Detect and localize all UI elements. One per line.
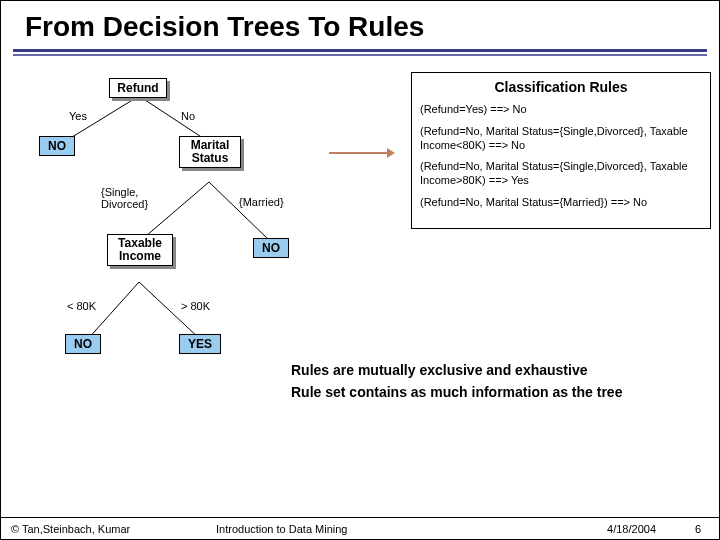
slide-content: Refund Yes No NO Marital Status {Single,…	[1, 64, 719, 494]
footer-copyright: © Tan,Steinbach, Kumar	[11, 523, 216, 535]
edge-label-married: {Married}	[239, 196, 284, 208]
notes-block: Rules are mutually exclusive and exhaust…	[291, 356, 711, 406]
rules-heading: Classification Rules	[420, 79, 702, 95]
svg-line-3	[209, 182, 271, 242]
tree-node-refund: Refund	[109, 78, 167, 98]
slide-footer: © Tan,Steinbach, Kumar Introduction to D…	[1, 517, 720, 539]
svg-line-2	[139, 182, 209, 242]
rule-2: (Refund=No, Marital Status={Single,Divor…	[420, 125, 702, 153]
rule-1: (Refund=Yes) ==> No	[420, 103, 702, 117]
edge-label-no: No	[181, 110, 195, 122]
tree-leaf-no-2: NO	[253, 238, 289, 258]
footer-date: 4/18/2004	[536, 523, 656, 535]
title-underline-thin	[13, 54, 707, 56]
tree-leaf-no-1: NO	[39, 136, 75, 156]
rule-4: (Refund=No, Marital Status={Married}) ==…	[420, 196, 702, 210]
tree-leaf-no-3: NO	[65, 334, 101, 354]
rule-3: (Refund=No, Marital Status={Single,Divor…	[420, 160, 702, 188]
note-information: Rule set contains as much information as…	[291, 384, 711, 400]
footer-page-number: 6	[656, 523, 711, 535]
footer-course: Introduction to Data Mining	[216, 523, 536, 535]
title-underline	[13, 49, 707, 52]
tree-leaf-yes: YES	[179, 334, 221, 354]
decision-tree-diagram: Refund Yes No NO Marital Status {Single,…	[9, 72, 319, 402]
edge-label-yes: Yes	[69, 110, 87, 122]
classification-rules-box: Classification Rules (Refund=Yes) ==> No…	[411, 72, 711, 229]
edge-label-single-divorced: {Single, Divorced}	[101, 186, 148, 210]
edge-label-lt80k: < 80K	[67, 300, 96, 312]
tree-node-taxable: Taxable Income	[107, 234, 173, 266]
note-exclusive: Rules are mutually exclusive and exhaust…	[291, 362, 711, 378]
tree-node-marital: Marital Status	[179, 136, 241, 168]
arrow-icon	[329, 152, 389, 154]
edge-label-gt80k: > 80K	[181, 300, 210, 312]
slide-title: From Decision Trees To Rules	[1, 1, 719, 49]
